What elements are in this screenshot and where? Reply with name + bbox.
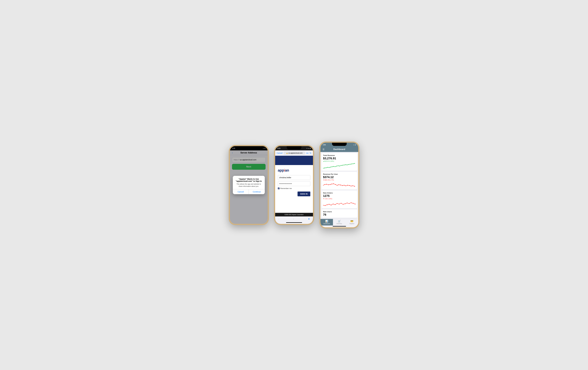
svg-point-31 (338, 184, 339, 185)
home-indicator-bar (320, 226, 358, 227)
password-input[interactable] (278, 181, 310, 186)
svg-point-15 (345, 164, 346, 165)
refresh-button[interactable]: ↻ (310, 152, 311, 154)
svg-point-39 (352, 185, 353, 186)
phone3-status-bar: 3:05 ▲ ▮ (320, 143, 358, 147)
dialog-continue-button[interactable]: Continue (249, 189, 265, 194)
svg-point-5 (330, 167, 331, 168)
browser-url: ux.appiancloud.com (288, 152, 303, 154)
svg-point-57 (355, 204, 356, 205)
svg-point-1 (324, 168, 325, 168)
metric-value-2: 1275 (323, 194, 356, 198)
svg-point-32 (340, 185, 341, 185)
metric-label-1: Revenue Per User (323, 173, 356, 175)
svg-point-41 (323, 205, 324, 206)
svg-point-25 (328, 184, 329, 185)
svg-point-0 (323, 168, 324, 169)
aa-button[interactable]: AA (306, 152, 308, 154)
svg-point-56 (353, 203, 354, 204)
svg-point-26 (330, 184, 330, 185)
browser-bar: Cancel 🔒 ux.appiancloud.com AA ↻ (275, 150, 313, 156)
chart-orders (323, 200, 356, 207)
wifi-icon: ▲ (308, 148, 309, 149)
remember-me-checkbox[interactable] (278, 187, 280, 189)
dialog-body: "Appian" Wants to Use"appiancloud.com" t… (233, 176, 265, 189)
browser-footer: ©2003-2021 Appian Corporation (275, 213, 313, 216)
svg-point-45 (331, 205, 332, 206)
svg-point-50 (341, 203, 341, 204)
metric-label-0: Total Revenue (323, 154, 356, 156)
svg-point-44 (329, 204, 329, 205)
metric-label-2: New Orders (323, 192, 356, 194)
tab-inventory[interactable]: 🛒 Inventory (333, 219, 346, 226)
phone3-status-icons: ▲ ▮ (354, 144, 356, 145)
svg-point-6 (332, 166, 332, 167)
svg-point-13 (342, 165, 343, 166)
chart-revenue-per-user (323, 182, 356, 188)
phone2-time: 5:11 (278, 147, 281, 149)
metric-label-3: New Users (323, 211, 356, 213)
svg-point-21 (354, 163, 355, 164)
phone3-time: 3:05 (323, 144, 326, 146)
remember-me-label: Remember me (280, 187, 292, 189)
chart-revenue (323, 163, 356, 170)
inventory-tab-icon: 🛒 (338, 220, 341, 223)
svg-point-24 (326, 184, 327, 185)
svg-point-2 (326, 167, 326, 168)
login-card: appian Remember me SIGN IN (275, 165, 313, 213)
svg-point-14 (344, 165, 344, 165)
metric-value-3: 76 (323, 213, 356, 216)
svg-point-43 (327, 205, 327, 205)
svg-point-40 (354, 186, 355, 187)
browser-nav-bar: ‹ › ⬆ (275, 216, 313, 221)
svg-point-46 (333, 204, 334, 205)
dialog-message: This allows the app and website to share… (235, 183, 263, 187)
back-nav-button[interactable]: ‹ (278, 218, 279, 220)
svg-point-8 (335, 166, 336, 167)
metric-value-0: $3,276.91 (323, 157, 356, 160)
svg-point-3 (327, 167, 328, 168)
menu-icon[interactable]: ☰ (323, 148, 325, 151)
tab-inventory-label: Inventory (336, 223, 342, 224)
phone2-status-bar: 5:11 ▪▪▪ ▲ ▮ (275, 146, 313, 150)
web-header-banner (275, 156, 313, 165)
metric-change-1: ▼($32.25) (-7%) (323, 179, 356, 181)
browser-actions: AA ↻ (306, 152, 311, 154)
svg-point-18 (350, 164, 350, 165)
pipeline-tab-icon: 💳 (350, 220, 353, 223)
share-button[interactable]: ⬆ (308, 218, 310, 220)
svg-point-11 (339, 165, 340, 166)
dashboard-header: ☰ Dashboard (320, 147, 358, 152)
tab-pipeline[interactable]: 💳 Pipeline (346, 219, 358, 226)
phone3-dashboard: 3:05 ▲ ▮ ☰ Dashboard Total Revenue $3,27… (319, 142, 359, 228)
dashboard-tab-icon: 📊 (325, 220, 328, 223)
home-indicator (286, 222, 302, 223)
username-input[interactable] (278, 175, 310, 180)
svg-point-49 (339, 204, 339, 205)
dialog-cancel-button[interactable]: Cancel (233, 189, 249, 194)
svg-point-29 (335, 184, 336, 185)
svg-point-27 (331, 184, 332, 185)
battery-icon: ▮ (355, 144, 356, 145)
phone2-status-icons: ▪▪▪ ▲ ▮ (306, 148, 311, 149)
forward-nav-button[interactable]: › (293, 218, 294, 220)
svg-point-19 (351, 164, 352, 164)
svg-point-42 (325, 205, 326, 206)
svg-point-37 (349, 185, 350, 186)
browser-url-bar[interactable]: 🔒 ux.appiancloud.com (284, 152, 305, 155)
svg-point-28 (333, 183, 334, 184)
dashboard-title: Dashboard (333, 148, 345, 151)
svg-point-30 (337, 185, 337, 186)
appian-logo: appian (278, 168, 310, 173)
svg-point-53 (347, 203, 347, 204)
browser-cancel-button[interactable]: Cancel (277, 152, 283, 154)
sign-in-button[interactable]: SIGN IN (297, 192, 310, 196)
metric-card-users: New Users 76 (322, 209, 357, 218)
metric-change-0: ▲$116.31 (18%) (323, 160, 356, 162)
notch (332, 143, 347, 146)
tab-dashboard[interactable]: 📊 Dashboard (320, 219, 333, 226)
web-content: appian Remember me SIGN IN ©2003-2021 Ap… (275, 156, 313, 216)
home-indicator (333, 226, 346, 226)
svg-point-35 (345, 185, 346, 186)
svg-point-9 (336, 166, 337, 166)
